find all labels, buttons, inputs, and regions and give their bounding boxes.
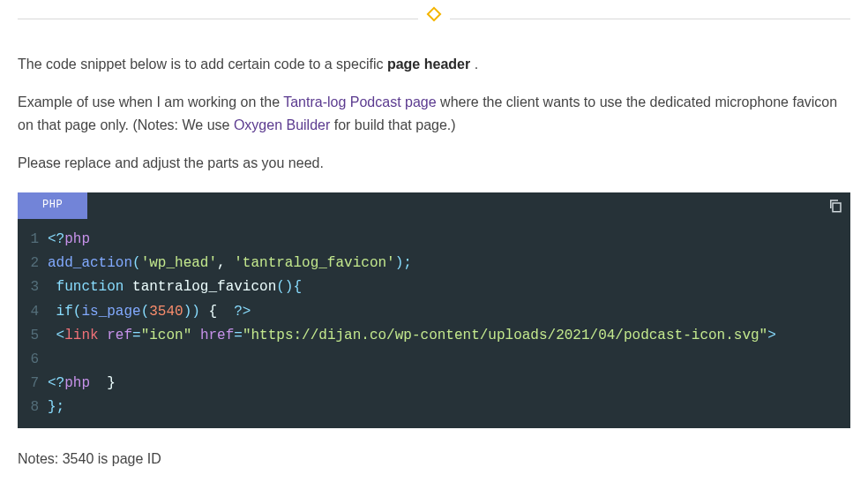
code-line: 4 if(is_page(3540)) { ?> (18, 300, 850, 324)
link-oxygen-builder[interactable]: Oxygen Builder (234, 117, 330, 132)
line-number: 2 (18, 252, 48, 275)
line-number: 3 (18, 275, 48, 299)
line-number: 4 (18, 300, 48, 324)
tok: }; (48, 396, 64, 419)
copy-button[interactable] (820, 192, 850, 219)
svg-rect-1 (833, 203, 841, 212)
diamond-icon (425, 5, 443, 30)
code-line: 3 function tantralog_favicon(){ (18, 275, 850, 299)
text: . (470, 57, 478, 72)
tok: > (767, 324, 776, 348)
line-number: 8 (18, 396, 48, 419)
tok: = (132, 324, 141, 348)
tok: 3540 (149, 300, 183, 324)
tok: tantralog_favicon (132, 275, 276, 299)
strong-page-header: page header (387, 57, 470, 72)
indent (48, 324, 56, 348)
tok: , (217, 252, 234, 275)
indent (48, 300, 56, 324)
text: for build that page.) (330, 117, 455, 132)
language-tab: PHP (18, 192, 87, 219)
tok: php (64, 372, 90, 396)
tok: function (56, 275, 132, 299)
tok: ?> (234, 300, 251, 324)
tok: (){ (276, 275, 302, 299)
intro-paragraph-2: Example of use when I am working on the … (18, 91, 850, 136)
tok: < (56, 324, 65, 348)
tok (191, 324, 200, 348)
tok: } (90, 372, 116, 396)
tok: )) (183, 300, 200, 324)
svg-rect-0 (428, 8, 440, 20)
tok: { (200, 300, 234, 324)
tok (99, 324, 108, 348)
text: The code snippet below is to add certain… (18, 57, 387, 72)
divider-line-right (450, 19, 850, 19)
tok: if (56, 300, 73, 324)
divider-line-left (18, 19, 418, 19)
tok: ( (141, 300, 150, 324)
tok: href (200, 324, 234, 348)
line-number: 7 (18, 372, 48, 396)
line-number: 6 (18, 348, 48, 372)
code-line: 1<?php (18, 228, 850, 252)
line-number: 1 (18, 228, 48, 252)
tok: <? (48, 372, 64, 396)
tok: "icon" (141, 324, 192, 348)
link-tantralog-podcast[interactable]: Tantra-log Podcast page (283, 94, 436, 109)
code-header: PHP (18, 192, 850, 219)
code-line: 6 (18, 348, 850, 372)
tok: php (64, 228, 90, 252)
tok: ref (107, 324, 132, 348)
line-number: 5 (18, 324, 48, 348)
tok: ( (73, 300, 82, 324)
tok: add_action (48, 252, 132, 275)
tok: 'wp_head' (141, 252, 217, 275)
tok: is_page (81, 300, 140, 324)
tok: <? (48, 228, 64, 252)
copy-icon (827, 198, 843, 214)
tok: "https://dijan.co/wp-content/uploads/202… (243, 324, 767, 348)
intro-paragraph-3: Please replace and adjust the parts as y… (18, 152, 850, 175)
code-line: 8}; (18, 396, 850, 419)
code-block: PHP 1<?php 2add_action('wp_head', 'tantr… (18, 192, 850, 429)
intro-paragraph-1: The code snippet below is to add certain… (18, 53, 850, 76)
indent (48, 275, 56, 299)
tok: ); (395, 252, 412, 275)
code-body: 1<?php 2add_action('wp_head', 'tantralog… (18, 219, 850, 429)
section-divider (18, 7, 850, 32)
tok: ( (132, 252, 141, 275)
code-line: 2add_action('wp_head', 'tantralog_favico… (18, 252, 850, 275)
tok: 'tantralog_favicon' (234, 252, 394, 275)
notes-text: Notes: 3540 is page ID (18, 448, 850, 471)
tok: link (64, 324, 98, 348)
text: Example of use when I am working on the (18, 94, 283, 109)
code-line: 7<?php } (18, 372, 850, 396)
code-line: 5 <link ref="icon" href="https://dijan.c… (18, 324, 850, 348)
tok: = (234, 324, 243, 348)
